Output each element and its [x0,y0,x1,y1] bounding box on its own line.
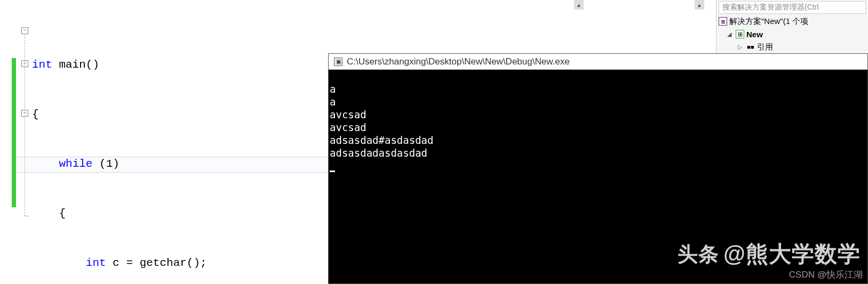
keyword-int: int [32,59,52,71]
project-node[interactable]: ◢ ⊞ New [716,28,868,40]
expand-icon[interactable]: ◢ [727,31,734,38]
scroll-up-icon[interactable]: ▲ [574,0,584,10]
keyword-while: while [59,158,92,170]
console-line: adsasdadasdasdad [330,147,427,159]
code-content[interactable]: int main() { while (1) { int c = getchar… [32,23,285,284]
watermark-csdn: CSDN @快乐江湖 [789,269,863,281]
references-node[interactable]: ▷ ■■ 引用 [716,40,868,53]
brace: { [59,207,66,220]
solution-search-input[interactable]: 搜索解决方案资源管理器(Ctrl [719,1,866,14]
console-app-icon: ▣ [334,58,343,66]
watermark-toutiao: 头条 @熊大学数学 [678,239,861,269]
fold-guide-end [25,216,29,216]
fold-icon[interactable]: − [21,27,28,34]
solution-explorer: 搜索解决方案资源管理器(Ctrl ⧈ 解决方案"New"(1 个项 ◢ ⊞ Ne… [716,0,868,53]
expand-icon[interactable]: ▷ [738,44,744,51]
console-line: adsasdad#asdasdad [330,134,433,146]
console-output[interactable]: a a avcsad avcsad adsasdad#asdasdad adsa… [330,70,433,172]
console-line: a [330,96,336,108]
scrollbar-stub[interactable]: ▲ [574,0,584,10]
project-icon: ⊞ [736,30,744,38]
getchar-call: c = getchar(); [106,257,207,269]
func-main: main() [52,59,99,71]
while-cond: (1) [92,158,119,170]
brace: { [32,108,39,120]
console-line: a [330,83,336,95]
scroll-up-icon[interactable]: ▲ [695,0,704,10]
scrollbar-stub[interactable]: ▲ [695,0,704,10]
references-icon: ■■ [746,43,755,51]
fold-guide [25,35,25,216]
change-marker [12,58,16,207]
watermark-handle: @熊大学数学 [723,239,861,269]
console-cursor [330,171,335,172]
solution-root[interactable]: ⧈ 解决方案"New"(1 个项 [716,15,868,28]
keyword-int: int [86,257,106,269]
console-titlebar[interactable]: ▣ C:\Users\zhangxing\Desktop\New\New\Deb… [329,54,867,70]
console-line: avcsad [330,121,367,133]
console-line: avcsad [330,109,367,120]
console-title-text: C:\Users\zhangxing\Desktop\New\New\Debug… [347,56,570,67]
project-label: New [746,30,763,39]
solution-root-label: 解决方案"New"(1 个项 [729,17,808,27]
solution-icon: ⧈ [719,17,727,26]
references-label: 引用 [757,42,773,52]
watermark-prefix: 头条 [678,241,719,268]
